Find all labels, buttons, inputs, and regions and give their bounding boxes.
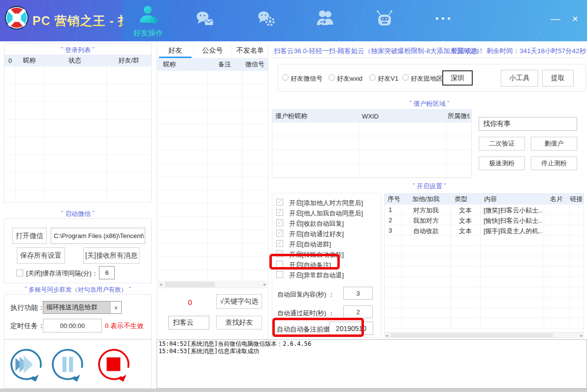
region-input[interactable]: 深圳: [442, 70, 473, 86]
checkbox-icon[interactable]: [276, 240, 283, 247]
friends-panel: 好友 公众号 不发名单 昵称 备注 微信号 ◂ ▸ 0 √关键字勾选 扫客云 查…: [157, 43, 268, 339]
keyword-search-input[interactable]: 扫客云: [168, 316, 209, 330]
auto-accept-delay-label: 自动通过延时(秒) ：: [277, 309, 334, 318]
checkbox-icon[interactable]: [276, 209, 283, 216]
column-header[interactable]: 序号: [385, 194, 401, 205]
more-menu[interactable]: ●●●: [431, 15, 457, 22]
find-friends-button[interactable]: 查找好友: [216, 316, 262, 330]
wechat-path-input[interactable]: C:\Program Files (x86)\Tencent\: [51, 228, 145, 244]
scrollbar-thumb[interactable]: [391, 333, 553, 337]
column-header[interactable]: 类型: [451, 194, 480, 205]
tab-friend-operations[interactable]: 好友操作: [123, 0, 173, 41]
system-log[interactable]: 15:04:52[系统消息]当前微信电脑微信版本：2.6.4.56 15:04:…: [157, 339, 587, 389]
rules-hscrollbar[interactable]: ◂ ▸: [384, 332, 584, 338]
extract-button[interactable]: 提取: [542, 70, 574, 87]
start-button[interactable]: [8, 347, 44, 384]
start-wechat-title: ˇ 启动微信 ˇ: [4, 210, 152, 218]
fast-check-fans-button[interactable]: 极速测粉: [479, 156, 525, 170]
radio-friend-wechat-id[interactable]: [282, 74, 289, 81]
column-header[interactable]: 名片: [544, 194, 569, 205]
column-header[interactable]: WXID: [359, 110, 446, 122]
second-verify-button[interactable]: 二次验证: [479, 137, 525, 151]
column-divider: [106, 66, 107, 202]
column-divider: [43, 66, 44, 202]
scroll-left-icon[interactable]: ◂: [159, 282, 163, 287]
minimize-button[interactable]: —: [548, 11, 563, 27]
robot-icon[interactable]: [373, 8, 396, 30]
zombie-area-title: ˇ 僵户粉区域 ˇ: [272, 99, 587, 108]
column-header[interactable]: 好友/群: [106, 55, 151, 66]
checkbox-icon[interactable]: [276, 261, 283, 268]
tab-official-accounts[interactable]: 公众号: [194, 43, 231, 58]
stop-button[interactable]: [96, 347, 131, 384]
column-header[interactable]: 备注: [207, 58, 242, 71]
checkbox-icon[interactable]: [276, 250, 283, 257]
column-header[interactable]: 链接: [569, 194, 584, 205]
auto-reply-delay-input[interactable]: 3: [343, 287, 373, 300]
column-header[interactable]: 僵户粉昵称: [272, 110, 359, 122]
table-row[interactable]: 2 我加对方 文本 [愉快]扫客云小贴士...: [385, 215, 584, 225]
scrollbar-thumb[interactable]: [165, 282, 215, 287]
tools-button[interactable]: 小工具: [501, 70, 538, 87]
timer-task-input[interactable]: 00:00:00: [43, 319, 102, 332]
tab-no-send-list[interactable]: 不发名单: [231, 43, 269, 58]
radio-label[interactable]: 好友wxid: [337, 74, 362, 83]
exec-function-label: 执行功能：: [10, 303, 45, 312]
zombie-message-input[interactable]: 找你有事: [479, 117, 577, 131]
checkbox-icon[interactable]: [276, 271, 283, 278]
radio-friend-v1[interactable]: [369, 74, 376, 81]
column-header[interactable]: 内容: [480, 194, 544, 205]
wechat-settings-icon[interactable]: [255, 8, 278, 30]
column-header[interactable]: 微信号: [242, 58, 268, 71]
wechat-message-icon[interactable]: [194, 8, 216, 30]
login-list-body: [4, 66, 151, 202]
column-header[interactable]: 加他/加我: [401, 194, 451, 205]
auto-remark-prefix-label: 自动自动备注前缀:: [277, 325, 332, 334]
login-list-title: ˇ 登录列表 ˇ: [4, 46, 151, 55]
selected-count: 0: [183, 298, 197, 306]
radio-label[interactable]: 好友V1: [378, 74, 398, 83]
timer-task-label: 定时任务：: [10, 322, 45, 331]
column-header[interactable]: 所属微信: [446, 110, 470, 122]
cell-type: 文本: [451, 206, 480, 215]
auto-reply-delay-label: 自动回复内容(秒) ：: [277, 290, 334, 299]
column-header[interactable]: 昵称: [157, 58, 207, 71]
pause-button[interactable]: [50, 347, 85, 384]
open-wechat-button[interactable]: 打开微信: [12, 228, 47, 244]
login-list-panel: ˇ 登录列表 ˇ 0 昵称 状态 好友/群: [4, 43, 152, 203]
exec-function-select[interactable]: 循环推送消息给群 ∨: [43, 301, 122, 314]
close-button[interactable]: ✕: [567, 11, 583, 27]
column-header[interactable]: 昵称: [15, 55, 43, 66]
radio-label[interactable]: 好友提地区: [411, 74, 443, 83]
checkbox-icon[interactable]: [276, 219, 283, 226]
friends-table-header: 昵称 备注 微信号: [157, 58, 268, 71]
scroll-left-icon[interactable]: ◂: [385, 333, 389, 338]
cache-clean-checkbox[interactable]: [16, 270, 23, 276]
radio-friend-region[interactable]: [402, 74, 409, 81]
delete-zombie-button[interactable]: 删僵户: [531, 137, 577, 151]
receive-messages-toggle-button[interactable]: [关]接收所有消息: [83, 247, 139, 264]
auto-accept-delay-input[interactable]: 2: [343, 305, 373, 318]
stop-check-fans-button[interactable]: 停止测粉: [531, 156, 577, 170]
cell-content: [微笑]扫客云小贴士...: [484, 206, 543, 215]
radio-friend-wxid[interactable]: [328, 74, 335, 81]
table-row[interactable]: 3 自动收款 文本 [握手]我是主人的机...: [385, 225, 584, 236]
column-header[interactable]: 0: [4, 55, 15, 66]
cache-minutes-input[interactable]: 6: [99, 266, 115, 279]
cell-content: [愉快]扫客云小贴士...: [484, 216, 543, 225]
friends-hscrollbar[interactable]: ◂ ▸: [158, 281, 267, 288]
auto-remark-prefix-input[interactable]: 20190510: [329, 322, 373, 335]
save-all-settings-button[interactable]: 保存所有设置: [17, 247, 65, 264]
keyword-select-button[interactable]: √关键字勾选: [216, 294, 262, 309]
scroll-right-icon[interactable]: ▸: [262, 282, 267, 287]
scroll-right-icon[interactable]: ▸: [579, 333, 584, 338]
radio-label[interactable]: 好友微信号: [291, 74, 323, 83]
tab-friends[interactable]: 好友: [157, 43, 194, 58]
table-row[interactable]: 1 对方加我 文本 [微笑]扫客云小贴士...: [385, 205, 584, 215]
contacts-transfer-icon[interactable]: [314, 8, 337, 30]
checkbox-icon[interactable]: [276, 199, 283, 206]
cell-seq: 3: [389, 227, 392, 234]
column-header[interactable]: 状态: [43, 55, 106, 66]
checkbox-icon[interactable]: [276, 230, 283, 237]
status-bar: 扫客云36.0-轻轻一扫-顾客如云（独家突破爆粉限制-8大添加来源可选） 登陆成…: [272, 43, 587, 58]
